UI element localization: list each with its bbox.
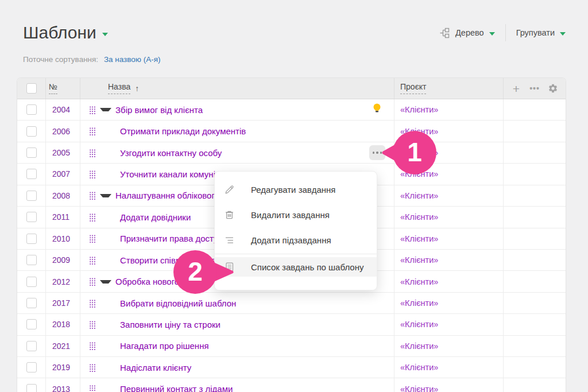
project-cell: «Клієнти»	[394, 99, 504, 120]
tree-icon	[439, 28, 450, 38]
task-name[interactable]: Отримати приклади документів	[120, 126, 246, 136]
project-link[interactable]: «Клієнти»	[394, 191, 438, 200]
page-title[interactable]: Шаблони	[23, 23, 108, 42]
sort-value-link[interactable]: За назвою (А-я)	[104, 55, 161, 64]
project-link[interactable]: «Клієнти»	[394, 277, 438, 286]
project-link[interactable]: «Клієнти»	[394, 341, 438, 351]
table-row: 2004Збір вимог від клієнта«Клієнти»	[17, 99, 566, 121]
task-name[interactable]: Нагадати про рішення	[120, 341, 209, 351]
row-checkbox[interactable]	[26, 169, 37, 179]
task-name[interactable]: Вибрати відповідний шаблон	[120, 298, 236, 308]
task-number[interactable]: 2017	[49, 298, 70, 308]
collapse-caret-icon[interactable]	[100, 108, 111, 111]
group-by-button[interactable]: Групувати	[516, 28, 566, 37]
row-checkbox[interactable]	[26, 212, 37, 222]
menu-item-add-subtask[interactable]: Додати підзавдання	[215, 227, 377, 253]
project-link[interactable]: «Клієнти»	[394, 385, 438, 392]
task-name[interactable]: Призначити права доступу	[120, 234, 227, 243]
row-checkbox[interactable]	[26, 362, 37, 372]
task-name[interactable]: Первинний контакт з лідами	[120, 384, 233, 392]
table-header-row: № Назва ↑ Проєкт + •••	[17, 78, 566, 99]
collapse-caret-icon[interactable]	[100, 194, 111, 197]
row-checkbox-cell	[17, 228, 46, 249]
tree-view-button[interactable]: Дерево	[439, 28, 495, 38]
drag-handle-icon[interactable]	[89, 256, 95, 265]
callout-step-1: 1	[379, 129, 439, 179]
row-checkbox[interactable]	[26, 298, 37, 308]
chevron-down-icon	[102, 33, 108, 36]
drag-handle-icon[interactable]	[89, 149, 95, 157]
drag-handle-icon[interactable]	[89, 363, 95, 372]
project-link[interactable]: «Клієнти»	[394, 320, 438, 329]
project-cell: «Клієнти»	[394, 314, 504, 335]
drag-handle-icon[interactable]	[89, 299, 95, 308]
project-link[interactable]: «Клієнти»	[394, 255, 438, 265]
task-number[interactable]: 2021	[49, 341, 70, 351]
context-menu: Редагувати завданняВидалити завданняДода…	[214, 171, 377, 290]
task-number[interactable]: 2010	[49, 234, 70, 243]
task-number[interactable]: 2013	[49, 385, 70, 392]
add-column-icon[interactable]: +	[507, 83, 525, 95]
more-options-icon[interactable]: •••	[525, 84, 544, 93]
project-link[interactable]: «Клієнти»	[394, 363, 438, 372]
row-checkbox[interactable]	[26, 126, 37, 137]
drag-handle-icon[interactable]	[89, 385, 95, 392]
task-name[interactable]: Заповнити ціну та строки	[120, 320, 220, 329]
header-project-cell: Проєкт	[394, 78, 504, 99]
project-link[interactable]: «Клієнти»	[394, 105, 438, 114]
menu-item-delete-task[interactable]: Видалити завдання	[215, 202, 377, 227]
column-header-project[interactable]: Проєкт	[400, 83, 426, 94]
task-number[interactable]: 2005	[49, 148, 70, 157]
project-cell: «Клієнти»	[394, 378, 504, 392]
row-checkbox[interactable]	[26, 341, 37, 351]
task-number[interactable]: 2018	[49, 320, 70, 329]
row-checkbox-cell	[17, 271, 46, 292]
row-checkbox[interactable]	[26, 384, 37, 392]
task-number[interactable]: 2011	[49, 212, 69, 222]
task-number[interactable]: 2004	[49, 105, 70, 114]
drag-handle-icon[interactable]	[89, 106, 95, 114]
row-checkbox[interactable]	[26, 191, 37, 201]
task-name-cell: Заповнити ціну та строки	[80, 314, 394, 335]
drag-handle-icon[interactable]	[89, 191, 95, 200]
menu-item-edit-task[interactable]: Редагувати завдання	[215, 177, 377, 202]
task-name[interactable]: Узгодити контактну особу	[120, 148, 222, 158]
task-name[interactable]: Додати довідники	[120, 212, 191, 222]
task-number[interactable]: 2006	[49, 127, 70, 136]
collapse-caret-icon[interactable]	[100, 280, 111, 284]
project-link[interactable]: «Клієнти»	[394, 234, 438, 243]
row-checkbox[interactable]	[26, 255, 37, 265]
drag-handle-icon[interactable]	[89, 341, 95, 350]
task-number[interactable]: 2008	[49, 191, 70, 200]
task-number[interactable]: 2012	[49, 277, 70, 286]
drag-handle-icon[interactable]	[89, 127, 95, 135]
drag-handle-icon[interactable]	[89, 277, 95, 286]
task-name-cell: Отримати приклади документів	[80, 121, 394, 141]
row-checkbox-cell	[17, 336, 46, 356]
row-checkbox[interactable]	[26, 104, 37, 115]
menu-item-task-list-by-template[interactable]: Список завдань по шаблону	[215, 257, 377, 277]
table-row: 2018Заповнити ціну та строки«Клієнти»	[17, 314, 566, 335]
row-checkbox[interactable]	[26, 319, 37, 329]
row-checkbox[interactable]	[26, 234, 37, 244]
table-row: 2019Надіслати клієнту«Клієнти»	[17, 357, 566, 378]
drag-handle-icon[interactable]	[89, 234, 95, 243]
project-link[interactable]: «Клієнти»	[394, 212, 438, 222]
drag-handle-icon[interactable]	[89, 320, 95, 329]
drag-handle-icon[interactable]	[89, 213, 95, 222]
column-header-name[interactable]: Назва	[108, 83, 130, 94]
row-checkbox[interactable]	[26, 148, 37, 158]
task-name[interactable]: Надіслати клієнту	[120, 363, 191, 372]
project-link[interactable]: «Клієнти»	[394, 298, 438, 308]
row-checkbox-cell	[17, 293, 46, 313]
gear-icon[interactable]	[544, 83, 562, 94]
row-checkbox[interactable]	[26, 277, 37, 287]
task-number[interactable]: 2019	[49, 363, 70, 372]
row-checkbox-cell	[17, 378, 46, 392]
task-number[interactable]: 2009	[49, 255, 70, 265]
task-name[interactable]: Збір вимог від клієнта	[115, 105, 203, 115]
select-all-checkbox[interactable]	[26, 83, 37, 94]
drag-handle-icon[interactable]	[89, 170, 95, 178]
column-header-number[interactable]: №	[49, 83, 57, 94]
task-number[interactable]: 2007	[49, 169, 70, 178]
